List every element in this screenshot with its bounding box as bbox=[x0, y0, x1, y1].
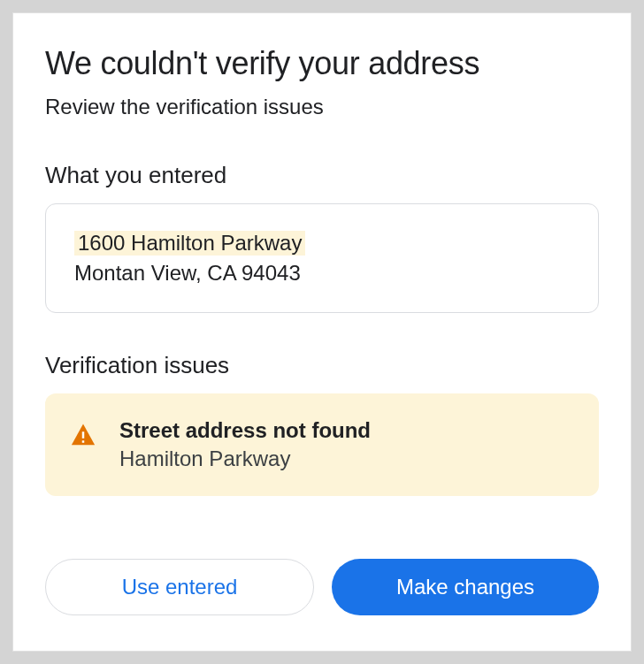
entered-address-card: 1600 Hamilton Parkway Montan View, CA 94… bbox=[45, 203, 599, 313]
entered-address-line2: Montan View, CA 94043 bbox=[74, 261, 570, 286]
warning-icon bbox=[70, 422, 96, 448]
make-changes-button[interactable]: Make changes bbox=[332, 559, 599, 615]
issue-detail: Hamilton Parkway bbox=[119, 446, 574, 471]
dialog-title: We couldn't verify your address bbox=[45, 45, 599, 82]
use-entered-button[interactable]: Use entered bbox=[45, 559, 314, 615]
verification-issues-section: Verification issues Street address not f… bbox=[45, 352, 599, 496]
issue-card: Street address not found Hamilton Parkwa… bbox=[45, 393, 599, 496]
entered-heading: What you entered bbox=[45, 162, 599, 189]
svg-rect-1 bbox=[82, 440, 85, 443]
svg-rect-0 bbox=[82, 431, 85, 439]
dialog-subtitle: Review the verification issues bbox=[45, 95, 599, 119]
issues-heading: Verification issues bbox=[45, 352, 599, 379]
address-verification-dialog: We couldn't verify your address Review t… bbox=[12, 12, 632, 652]
button-row: Use entered Make changes bbox=[45, 559, 599, 615]
issue-title: Street address not found bbox=[119, 418, 574, 443]
entered-address-line1: 1600 Hamilton Parkway bbox=[74, 231, 305, 256]
issue-text: Street address not found Hamilton Parkwa… bbox=[119, 418, 574, 471]
